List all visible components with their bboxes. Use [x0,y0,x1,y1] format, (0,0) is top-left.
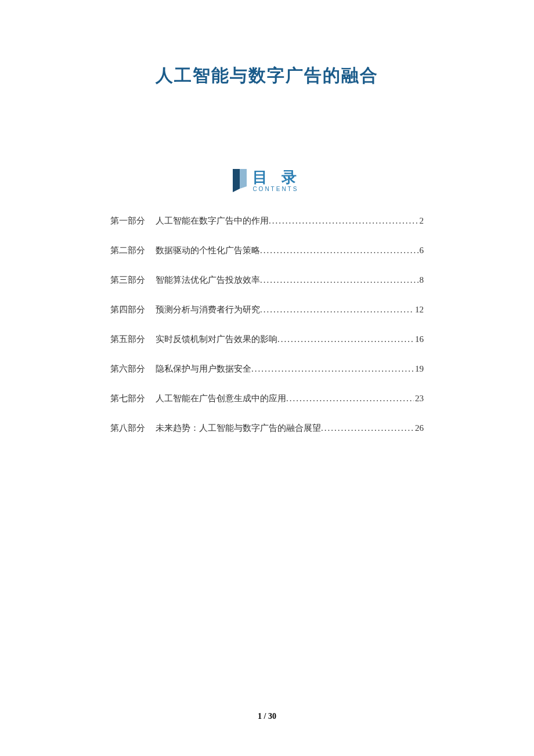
toc-part: 第七部分 [110,393,145,404]
toc-header-main: 目 录 [252,170,301,185]
toc-part: 第八部分 [110,423,145,434]
toc-part: 第六部分 [110,363,145,375]
toc-part: 第四部分 [110,304,145,315]
toc-chapter: 预测分析与消费者行为研究 [156,304,260,315]
toc-header: 目 录 CONTENTS [70,169,464,192]
toc-entry[interactable]: 第二部分 数据驱动的个性化广告策略 6 [110,245,424,256]
toc-chapter: 隐私保护与用户数据安全 [156,363,251,375]
toc-page: 26 [414,423,424,433]
toc-leader [321,423,414,433]
toc-leader [251,364,414,374]
toc-chapter: 人工智能在数字广告中的作用 [156,215,269,226]
page-number-current: 1 [258,712,262,721]
toc-leader [286,394,414,404]
toc-chapter: 实时反馈机制对广告效果的影响 [156,334,277,345]
toc-entry[interactable]: 第四部分 预测分析与消费者行为研究 12 [110,304,424,315]
toc-header-icon [233,169,247,192]
toc-page: 12 [414,305,424,315]
toc-entry[interactable]: 第一部分 人工智能在数字广告中的作用 2 [110,215,424,226]
toc-entry[interactable]: 第七部分 人工智能在广告创意生成中的应用 23 [110,393,424,404]
svg-marker-0 [233,169,240,192]
toc-page: 6 [418,246,424,255]
toc-leader [260,305,414,315]
toc-leader [277,334,414,344]
page-footer: 1 / 30 [0,712,534,721]
toc-part: 第五部分 [110,334,145,345]
page-number-total: 30 [268,712,276,721]
toc-leader [260,246,418,255]
toc-chapter: 人工智能在广告创意生成中的应用 [156,393,286,404]
toc-entry[interactable]: 第六部分 隐私保护与用户数据安全 19 [110,363,424,375]
page-title: 人工智能与数字广告的融合 [70,64,464,88]
toc-page: 8 [418,275,424,285]
toc-entry[interactable]: 第三部分 智能算法优化广告投放效率 8 [110,275,424,286]
toc-leader [260,275,418,285]
toc-leader [269,216,418,226]
page-number-sep: / [262,712,268,721]
svg-marker-1 [240,169,247,189]
toc-part: 第一部分 [110,215,145,226]
toc-list: 第一部分 人工智能在数字广告中的作用 2 第二部分 数据驱动的个性化广告策略 6… [70,215,464,434]
toc-page: 2 [418,216,424,226]
toc-chapter: 数据驱动的个性化广告策略 [156,245,260,256]
toc-entry[interactable]: 第五部分 实时反馈机制对广告效果的影响 16 [110,334,424,345]
document-page: 人工智能与数字广告的融合 目 录 CONTENTS 第一部分 人工智能在数字广告… [0,0,534,434]
toc-page: 19 [414,364,424,374]
toc-page: 23 [414,394,424,404]
toc-header-title: 目 录 CONTENTS [252,170,301,192]
toc-chapter: 智能算法优化广告投放效率 [156,275,260,286]
toc-page: 16 [414,334,424,344]
toc-header-sub: CONTENTS [252,186,298,192]
toc-chapter: 未来趋势：人工智能与数字广告的融合展望 [156,423,321,434]
toc-part: 第二部分 [110,245,145,256]
toc-entry[interactable]: 第八部分 未来趋势：人工智能与数字广告的融合展望 26 [110,423,424,434]
toc-part: 第三部分 [110,275,145,286]
